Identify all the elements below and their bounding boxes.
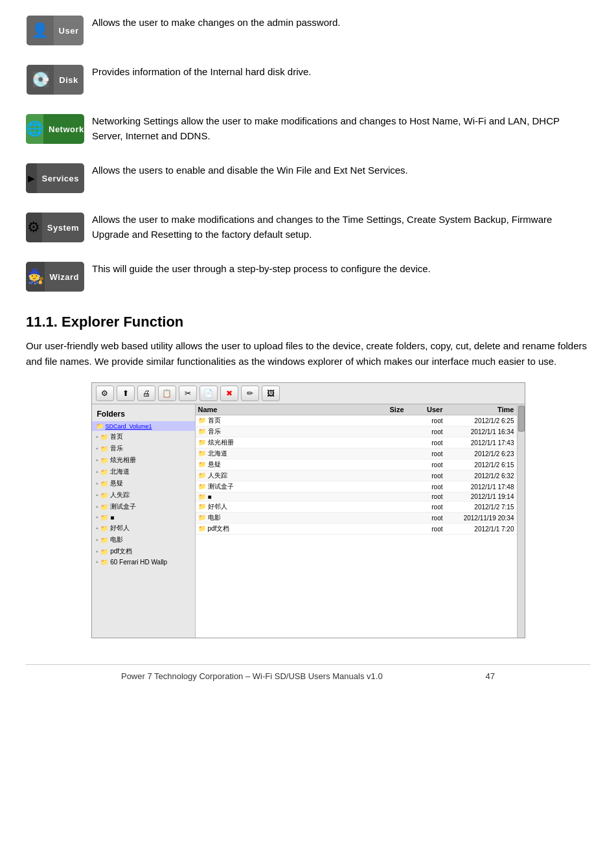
file-name: 📁人失踪	[198, 471, 365, 480]
folder-name: 电影	[110, 535, 123, 544]
folder-name: 测试盒子	[110, 502, 136, 511]
fm-folder-item[interactable]: + 📁 人失踪	[92, 489, 195, 501]
toolbar-cut-btn[interactable]: ✂	[179, 386, 197, 401]
fm-header-name: Name	[198, 406, 365, 413]
file-user: root	[404, 439, 443, 446]
fm-toolbar: ⚙ ⬆ 🖨 📋 ✂ 📄 ✖ ✏ 🖼	[92, 383, 525, 404]
disk-badge: 💽 Disk	[27, 65, 83, 95]
system-section: ⚙ System Allows the user to make modific…	[26, 210, 590, 245]
fm-header-time: Time	[443, 406, 514, 413]
file-name: 📁音乐	[198, 427, 365, 436]
file-icon: 📁	[198, 514, 206, 521]
fm-folders-panel: Folders 📁 SDCard_Volume1 + 📁 首页+ 📁 音乐+ 📁…	[92, 404, 196, 638]
folder-icon: 📁	[100, 537, 108, 544]
file-time: 2012/1/1 16:34	[443, 428, 514, 435]
services-label: Services	[37, 163, 85, 193]
disk-section: 💽 Disk Provides information of the Inter…	[26, 62, 590, 97]
file-icon: 📁	[198, 450, 206, 457]
folder-name: 人失踪	[110, 491, 130, 500]
folder-icon: 📁	[100, 457, 108, 464]
file-icon: 📁	[198, 417, 206, 424]
toolbar-settings-btn[interactable]: ⚙	[96, 386, 114, 401]
folder-icon: 📁	[100, 525, 108, 532]
fm-folder-item[interactable]: + 📁 悬疑	[92, 478, 195, 489]
file-time: 2012/1/2 6:32	[443, 472, 514, 480]
fm-folder-item[interactable]: + 📁 测试盒子	[92, 501, 195, 513]
folder-name: 悬疑	[110, 479, 123, 488]
fm-scrollbar-thumb	[518, 406, 525, 432]
file-time: 2012/1/2 7:15	[443, 504, 514, 511]
table-row[interactable]: 📁悬疑 root 2012/1/2 6:15	[196, 459, 517, 470]
network-text: Networking Settings allow the user to ma…	[92, 111, 590, 143]
file-user: root	[404, 493, 443, 500]
fm-folder-item[interactable]: + 📁 好邻人	[92, 522, 195, 534]
fm-folder-item[interactable]: + 📁 电影	[92, 534, 195, 546]
toolbar-up-btn[interactable]: ⬆	[117, 386, 135, 401]
toolbar-rename-btn[interactable]: ✏	[241, 386, 259, 401]
file-icon: 📁	[198, 472, 206, 479]
fm-folders-title: Folders	[92, 407, 195, 421]
fm-folder-item[interactable]: + 📁 ■	[92, 513, 195, 522]
file-time: 2012/1/2 6:23	[443, 450, 514, 457]
fm-folder-item[interactable]: + 📁 音乐	[92, 443, 195, 454]
file-user: root	[404, 504, 443, 511]
table-row[interactable]: 📁pdf文档 root 2012/1/1 7:20	[196, 524, 517, 535]
fm-root-label: SDCard_Volume1	[106, 423, 152, 430]
folder-icon: 📁	[100, 492, 108, 499]
fm-folder-item[interactable]: + 📁 pdf文档	[92, 546, 195, 557]
toolbar-paste-btn[interactable]: 📄	[200, 386, 218, 401]
toolbar-copy-btn[interactable]: 📋	[158, 386, 176, 401]
table-row[interactable]: 📁首页 root 2012/1/2 6:25	[196, 415, 517, 426]
fm-files-panel: Name Size User Time 📁首页 root 2012/1/2 6:…	[196, 404, 517, 638]
file-name: 📁悬疑	[198, 460, 365, 469]
toolbar-view-btn[interactable]: 🖼	[262, 386, 280, 401]
explorer-heading: 11.1. Explorer Function	[26, 314, 590, 330]
wizard-icon: 🧙	[26, 262, 45, 292]
wizard-icon-box: 🧙 Wizard	[26, 259, 84, 294]
network-icon: 🌐	[26, 114, 43, 144]
fm-file-list: 📁首页 root 2012/1/2 6:25 📁音乐 root 2012/1/1…	[196, 415, 517, 535]
file-name: 📁北海道	[198, 449, 365, 458]
table-row[interactable]: 📁好邻人 root 2012/1/2 7:15	[196, 502, 517, 513]
file-name: 📁■	[198, 493, 365, 500]
table-row[interactable]: 📁北海道 root 2012/1/2 6:23	[196, 448, 517, 459]
services-badge: ▶ Services	[26, 163, 84, 193]
file-icon: 📁	[198, 483, 206, 490]
folder-name: 好邻人	[110, 524, 130, 533]
footer-page: 47	[486, 671, 495, 681]
toolbar-print-btn[interactable]: 🖨	[137, 386, 155, 401]
services-section: ▶ Services Allows the users to enable an…	[26, 161, 590, 196]
toolbar-delete-btn[interactable]: ✖	[220, 386, 238, 401]
network-icon-box: 🌐 Network	[26, 111, 84, 146]
file-name: 📁好邻人	[198, 502, 365, 511]
file-user: root	[404, 483, 443, 491]
fm-header-user: User	[404, 406, 443, 413]
disk-icon: 💽	[27, 65, 54, 95]
explorer-description: Our user-friendly web based utility allo…	[26, 338, 590, 369]
folder-name: pdf文档	[110, 547, 132, 556]
fm-scrollbar[interactable]	[517, 404, 525, 638]
table-row[interactable]: 📁人失踪 root 2012/1/2 6:32	[196, 470, 517, 481]
file-manager: ⚙ ⬆ 🖨 📋 ✂ 📄 ✖ ✏ 🖼 Folders 📁 SDCard_Volum…	[91, 382, 525, 638]
fm-folder-item[interactable]: + 📁 60 Ferrari HD Wallp	[92, 557, 195, 567]
table-row[interactable]: 📁测试盒子 root 2012/1/1 17:48	[196, 481, 517, 492]
file-user: root	[404, 428, 443, 435]
folder-name: 音乐	[110, 444, 123, 453]
services-icon-box: ▶ Services	[26, 161, 84, 196]
file-time: 2012/1/1 17:43	[443, 439, 514, 446]
file-user: root	[404, 515, 443, 522]
table-row[interactable]: 📁■ root 2012/1/1 19:14	[196, 492, 517, 502]
fm-root-item[interactable]: 📁 SDCard_Volume1	[92, 421, 195, 431]
table-row[interactable]: 📁音乐 root 2012/1/1 16:34	[196, 426, 517, 437]
fm-folder-item[interactable]: + 📁 首页	[92, 431, 195, 443]
fm-folder-item[interactable]: + 📁 北海道	[92, 466, 195, 478]
file-time: 2012/1/1 19:14	[443, 493, 514, 500]
services-text: Allows the users to enable and disable t…	[92, 161, 590, 178]
file-user: root	[404, 417, 443, 424]
table-row[interactable]: 📁电影 root 2012/11/19 20:34	[196, 513, 517, 524]
user-label: User	[54, 16, 84, 45]
file-icon: 📁	[198, 428, 206, 435]
table-row[interactable]: 📁炫光相册 root 2012/1/1 17:43	[196, 437, 517, 448]
fm-folder-item[interactable]: + 📁 炫光相册	[92, 454, 195, 466]
file-icon: 📁	[198, 525, 206, 532]
